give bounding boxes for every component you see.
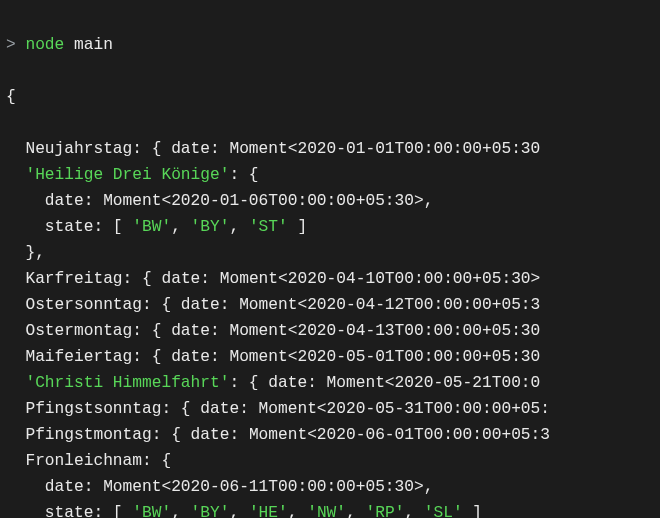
open-brace: { — [6, 84, 660, 110]
terminal-output: > node main { Neujahrstag: { date: Momen… — [0, 0, 660, 518]
output-line: 'Christi Himmelfahrt': { date: Moment<20… — [6, 370, 660, 396]
output-line: 'Heilige Drei Könige': { — [6, 162, 660, 188]
command-arg: main — [74, 36, 113, 54]
command-node: node — [25, 36, 64, 54]
output-line: }, — [6, 240, 660, 266]
output-line: state: [ 'BW', 'BY', 'HE', 'NW', 'RP', '… — [6, 500, 660, 518]
output-line: Maifeiertag: { date: Moment<2020-05-01T0… — [6, 344, 660, 370]
space — [16, 36, 26, 54]
output-line: Pfingstmontag: { date: Moment<2020-06-01… — [6, 422, 660, 448]
output-line: date: Moment<2020-01-06T00:00:00+05:30>, — [6, 188, 660, 214]
output-line: Pfingstsonntag: { date: Moment<2020-05-3… — [6, 396, 660, 422]
command-line: > node main — [6, 32, 660, 58]
output-line: Ostersonntag: { date: Moment<2020-04-12T… — [6, 292, 660, 318]
output-line: Fronleichnam: { — [6, 448, 660, 474]
output-lines: Neujahrstag: { date: Moment<2020-01-01T0… — [6, 136, 660, 518]
output-line: Karfreitag: { date: Moment<2020-04-10T00… — [6, 266, 660, 292]
prompt-caret: > — [6, 36, 16, 54]
output-line: Ostermontag: { date: Moment<2020-04-13T0… — [6, 318, 660, 344]
output-line: state: [ 'BW', 'BY', 'ST' ] — [6, 214, 660, 240]
space — [64, 36, 74, 54]
output-line: Neujahrstag: { date: Moment<2020-01-01T0… — [6, 136, 660, 162]
output-line: date: Moment<2020-06-11T00:00:00+05:30>, — [6, 474, 660, 500]
